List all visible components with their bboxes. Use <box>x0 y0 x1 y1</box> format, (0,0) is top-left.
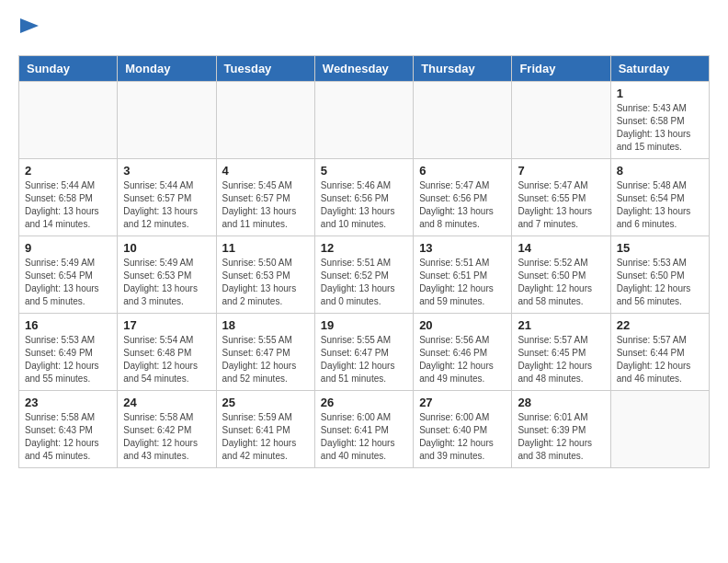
day-header-saturday: Saturday <box>610 56 709 82</box>
calendar-cell: 28Sunrise: 6:01 AM Sunset: 6:39 PM Dayli… <box>512 391 610 468</box>
day-info: Sunrise: 5:57 AM Sunset: 6:44 PM Dayligh… <box>617 334 703 385</box>
calendar-cell: 26Sunrise: 6:00 AM Sunset: 6:41 PM Dayli… <box>314 391 413 468</box>
day-info: Sunrise: 5:50 AM Sunset: 6:53 PM Dayligh… <box>222 257 309 308</box>
calendar-cell: 18Sunrise: 5:55 AM Sunset: 6:47 PM Dayli… <box>216 314 314 391</box>
day-number: 6 <box>419 164 506 178</box>
calendar-cell: 12Sunrise: 5:51 AM Sunset: 6:52 PM Dayli… <box>314 236 413 314</box>
calendar-cell: 1Sunrise: 5:43 AM Sunset: 6:58 PM Daylig… <box>610 82 709 159</box>
day-number: 8 <box>617 164 703 178</box>
day-number: 15 <box>617 241 703 255</box>
day-number: 7 <box>518 164 604 178</box>
calendar-cell: 14Sunrise: 5:52 AM Sunset: 6:50 PM Dayli… <box>512 236 610 314</box>
logo-icon <box>20 18 48 46</box>
calendar-cell: 4Sunrise: 5:45 AM Sunset: 6:57 PM Daylig… <box>216 159 314 236</box>
day-info: Sunrise: 5:44 AM Sunset: 6:57 PM Dayligh… <box>123 179 210 231</box>
logo <box>18 18 48 46</box>
calendar-cell: 13Sunrise: 5:51 AM Sunset: 6:51 PM Dayli… <box>414 236 512 314</box>
day-number: 25 <box>222 396 309 409</box>
calendar-cell: 17Sunrise: 5:54 AM Sunset: 6:48 PM Dayli… <box>118 314 216 391</box>
day-number: 16 <box>25 318 111 332</box>
day-info: Sunrise: 5:43 AM Sunset: 6:58 PM Dayligh… <box>617 102 703 154</box>
day-number: 13 <box>419 241 506 255</box>
day-number: 2 <box>25 164 111 178</box>
calendar-cell <box>512 82 610 159</box>
calendar-cell: 2Sunrise: 5:44 AM Sunset: 6:58 PM Daylig… <box>19 159 118 236</box>
calendar-cell <box>610 391 709 468</box>
svg-marker-0 <box>20 18 39 33</box>
day-number: 24 <box>123 396 210 409</box>
page-header <box>18 18 710 46</box>
day-number: 22 <box>617 318 703 332</box>
day-info: Sunrise: 6:00 AM Sunset: 6:41 PM Dayligh… <box>321 411 407 463</box>
calendar-cell <box>118 82 216 159</box>
day-number: 9 <box>25 241 111 255</box>
day-number: 11 <box>222 241 309 255</box>
day-info: Sunrise: 5:58 AM Sunset: 6:42 PM Dayligh… <box>123 411 210 463</box>
day-number: 12 <box>321 241 407 255</box>
calendar-cell: 27Sunrise: 6:00 AM Sunset: 6:40 PM Dayli… <box>414 391 512 468</box>
day-info: Sunrise: 5:54 AM Sunset: 6:48 PM Dayligh… <box>123 334 210 385</box>
day-info: Sunrise: 5:53 AM Sunset: 6:50 PM Dayligh… <box>617 257 703 308</box>
day-number: 14 <box>518 241 604 255</box>
day-info: Sunrise: 5:55 AM Sunset: 6:47 PM Dayligh… <box>222 334 309 385</box>
day-info: Sunrise: 5:44 AM Sunset: 6:58 PM Dayligh… <box>25 179 111 231</box>
day-number: 21 <box>518 318 604 332</box>
day-info: Sunrise: 6:00 AM Sunset: 6:40 PM Dayligh… <box>419 411 506 463</box>
calendar-week-2: 9Sunrise: 5:49 AM Sunset: 6:54 PM Daylig… <box>19 236 710 314</box>
day-header-monday: Monday <box>118 56 216 82</box>
calendar-week-1: 2Sunrise: 5:44 AM Sunset: 6:58 PM Daylig… <box>19 159 710 236</box>
day-header-wednesday: Wednesday <box>314 56 413 82</box>
day-number: 19 <box>321 318 407 332</box>
day-info: Sunrise: 5:59 AM Sunset: 6:41 PM Dayligh… <box>222 411 309 463</box>
calendar-cell: 9Sunrise: 5:49 AM Sunset: 6:54 PM Daylig… <box>19 236 118 314</box>
calendar-cell: 7Sunrise: 5:47 AM Sunset: 6:55 PM Daylig… <box>512 159 610 236</box>
calendar-cell: 23Sunrise: 5:58 AM Sunset: 6:43 PM Dayli… <box>19 391 118 468</box>
calendar-week-0: 1Sunrise: 5:43 AM Sunset: 6:58 PM Daylig… <box>19 82 710 159</box>
day-info: Sunrise: 5:58 AM Sunset: 6:43 PM Dayligh… <box>25 411 111 463</box>
day-number: 1 <box>617 86 703 100</box>
calendar-cell: 21Sunrise: 5:57 AM Sunset: 6:45 PM Dayli… <box>512 314 610 391</box>
calendar-cell <box>314 82 413 159</box>
day-info: Sunrise: 5:56 AM Sunset: 6:46 PM Dayligh… <box>419 334 506 385</box>
day-number: 17 <box>123 318 210 332</box>
calendar-cell: 11Sunrise: 5:50 AM Sunset: 6:53 PM Dayli… <box>216 236 314 314</box>
day-number: 5 <box>321 164 407 178</box>
day-info: Sunrise: 5:53 AM Sunset: 6:49 PM Dayligh… <box>25 334 111 385</box>
calendar-cell <box>414 82 512 159</box>
calendar-cell: 25Sunrise: 5:59 AM Sunset: 6:41 PM Dayli… <box>216 391 314 468</box>
day-number: 10 <box>123 241 210 255</box>
day-number: 23 <box>25 396 111 409</box>
day-header-friday: Friday <box>512 56 610 82</box>
day-number: 27 <box>419 396 506 409</box>
day-info: Sunrise: 5:49 AM Sunset: 6:54 PM Dayligh… <box>25 257 111 308</box>
day-header-tuesday: Tuesday <box>216 56 314 82</box>
calendar-cell <box>216 82 314 159</box>
day-header-thursday: Thursday <box>414 56 512 82</box>
day-number: 28 <box>518 396 604 409</box>
day-header-sunday: Sunday <box>19 56 118 82</box>
day-info: Sunrise: 5:46 AM Sunset: 6:56 PM Dayligh… <box>321 179 407 231</box>
day-info: Sunrise: 5:47 AM Sunset: 6:56 PM Dayligh… <box>419 179 506 231</box>
day-number: 18 <box>222 318 309 332</box>
calendar-cell: 5Sunrise: 5:46 AM Sunset: 6:56 PM Daylig… <box>314 159 413 236</box>
calendar-week-3: 16Sunrise: 5:53 AM Sunset: 6:49 PM Dayli… <box>19 314 710 391</box>
calendar-table: SundayMondayTuesdayWednesdayThursdayFrid… <box>18 55 710 468</box>
calendar-cell: 22Sunrise: 5:57 AM Sunset: 6:44 PM Dayli… <box>610 314 709 391</box>
calendar-cell: 20Sunrise: 5:56 AM Sunset: 6:46 PM Dayli… <box>414 314 512 391</box>
day-info: Sunrise: 5:55 AM Sunset: 6:47 PM Dayligh… <box>321 334 407 385</box>
calendar-cell: 6Sunrise: 5:47 AM Sunset: 6:56 PM Daylig… <box>414 159 512 236</box>
day-info: Sunrise: 5:49 AM Sunset: 6:53 PM Dayligh… <box>123 257 210 308</box>
day-number: 26 <box>321 396 407 409</box>
calendar-cell: 16Sunrise: 5:53 AM Sunset: 6:49 PM Dayli… <box>19 314 118 391</box>
calendar-header-row: SundayMondayTuesdayWednesdayThursdayFrid… <box>19 56 710 82</box>
calendar-cell: 10Sunrise: 5:49 AM Sunset: 6:53 PM Dayli… <box>118 236 216 314</box>
day-info: Sunrise: 5:51 AM Sunset: 6:51 PM Dayligh… <box>419 257 506 308</box>
calendar-cell: 3Sunrise: 5:44 AM Sunset: 6:57 PM Daylig… <box>118 159 216 236</box>
day-number: 4 <box>222 164 309 178</box>
day-info: Sunrise: 5:57 AM Sunset: 6:45 PM Dayligh… <box>518 334 604 385</box>
day-number: 20 <box>419 318 506 332</box>
calendar-week-4: 23Sunrise: 5:58 AM Sunset: 6:43 PM Dayli… <box>19 391 710 468</box>
calendar-cell: 19Sunrise: 5:55 AM Sunset: 6:47 PM Dayli… <box>314 314 413 391</box>
day-info: Sunrise: 5:47 AM Sunset: 6:55 PM Dayligh… <box>518 179 604 231</box>
day-number: 3 <box>123 164 210 178</box>
